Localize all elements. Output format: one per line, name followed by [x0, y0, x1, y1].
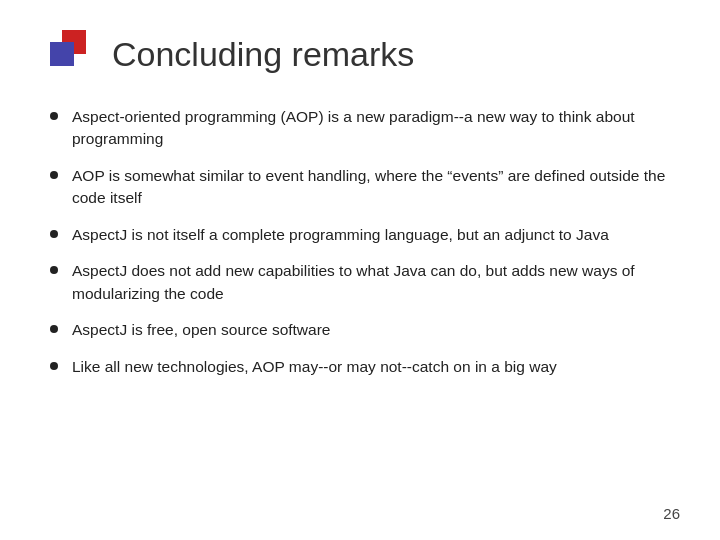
page-number: 26	[663, 505, 680, 522]
list-item-text: Aspect-oriented programming (AOP) is a n…	[72, 106, 670, 151]
list-item-text: AspectJ is free, open source software	[72, 319, 330, 341]
bullet-icon	[50, 325, 58, 333]
list-item: AspectJ is not itself a complete program…	[50, 224, 670, 246]
list-item-text: AspectJ does not add new capabilities to…	[72, 260, 670, 305]
slide: Concluding remarks Aspect-oriented progr…	[0, 0, 720, 540]
bullet-icon	[50, 230, 58, 238]
logo-graphic	[50, 30, 98, 78]
list-item: Like all new technologies, AOP may--or m…	[50, 356, 670, 378]
list-item: AspectJ does not add new capabilities to…	[50, 260, 670, 305]
slide-header: Concluding remarks	[50, 30, 670, 78]
list-item-text: Like all new technologies, AOP may--or m…	[72, 356, 557, 378]
bullet-icon	[50, 266, 58, 274]
list-item: AOP is somewhat similar to event handlin…	[50, 165, 670, 210]
list-item: AspectJ is free, open source software	[50, 319, 670, 341]
logo-blue-square	[50, 42, 74, 66]
list-item-text: AOP is somewhat similar to event handlin…	[72, 165, 670, 210]
list-item: Aspect-oriented programming (AOP) is a n…	[50, 106, 670, 151]
slide-title: Concluding remarks	[112, 35, 414, 74]
list-item-text: AspectJ is not itself a complete program…	[72, 224, 609, 246]
bullet-icon	[50, 362, 58, 370]
bullet-icon	[50, 171, 58, 179]
content-list: Aspect-oriented programming (AOP) is a n…	[50, 106, 670, 378]
bullet-icon	[50, 112, 58, 120]
